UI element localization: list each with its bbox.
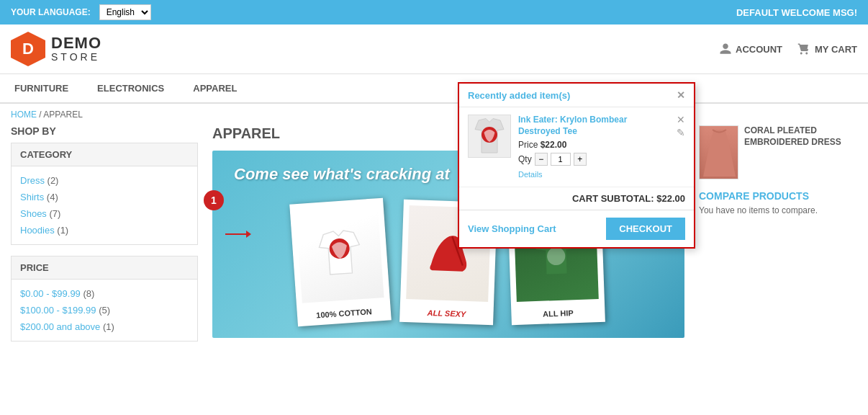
price-range-2[interactable]: $100.00 - $199.99 (5) <box>20 302 189 318</box>
cart-item-details-link[interactable]: Details <box>518 170 543 179</box>
badge-arrow <box>225 233 247 235</box>
logo-text: DEMO STORE <box>51 35 101 63</box>
shirts-count: (4) <box>47 192 58 202</box>
compare-title: COMPARE PRODUCTS <box>699 190 857 202</box>
coral-dress-name: CORAL PLEATED EMBROIDERED DRESS <box>744 125 857 148</box>
category-section: CATEGORY Dress (2) Shirts (4) Shoes (7) … <box>11 143 198 245</box>
breadcrumb: HOME / APPAREL <box>0 104 868 125</box>
coral-dress-item: CORAL PLEATED EMBROIDERED DRESS <box>699 125 857 179</box>
cart-actions: View Shopping Cart CHECKOUT <box>459 210 694 247</box>
breadcrumb-home[interactable]: HOME <box>11 110 37 120</box>
category-title: CATEGORY <box>12 143 197 166</box>
cart-popup-header: Recently added item(s) ✕ <box>459 84 694 107</box>
cart-popup-title: Recently added item(s) <box>468 90 570 101</box>
compare-section: COMPARE PRODUCTS You have no items to co… <box>699 190 857 215</box>
badge-arrow-container <box>225 233 247 235</box>
breadcrumb-separator: / <box>39 110 41 120</box>
nav-apparel[interactable]: APPAREL <box>189 74 240 104</box>
category-dress[interactable]: Dress (2) <box>20 172 189 189</box>
content-area: APPAREL Come see what's cracking at Mage… <box>212 125 684 352</box>
coral-dress-section: CORAL PLEATED EMBROIDERED DRESS <box>699 125 857 179</box>
cart-icon <box>797 43 811 55</box>
logo-demo: DEMO <box>51 35 101 52</box>
price-range-1[interactable]: $0.00 - $99.99 (8) <box>20 285 189 302</box>
logo-store: STORE <box>51 52 101 63</box>
nav-electronics[interactable]: ELECTRONICS <box>94 74 168 104</box>
price-title: PRICE <box>12 256 197 280</box>
hoodies-count: (1) <box>57 225 68 236</box>
compare-text: You have no items to compare. <box>699 205 857 215</box>
edit-item-button[interactable]: ✎ <box>677 128 685 138</box>
shoes-count: (7) <box>49 208 60 219</box>
top-bar: YOUR LANGUAGE: English DEFAULT WELCOME M… <box>0 0 868 24</box>
cart-item-price: Price $22.00 <box>518 140 669 150</box>
dress-icon <box>700 126 739 180</box>
language-label: YOUR LANGUAGE: <box>11 7 91 17</box>
price-count-3: (1) <box>103 321 114 332</box>
cart-popup-close-button[interactable]: ✕ <box>677 89 685 101</box>
cart-item-qty-row: Qty − + <box>518 153 669 166</box>
cart-badge: 1 <box>204 190 224 210</box>
photo-shirt <box>296 204 384 303</box>
cart-subtotal-value: $22.00 <box>656 193 685 204</box>
category-list: Dress (2) Shirts (4) Shoes (7) Hoodies (… <box>12 166 197 244</box>
qty-decrease-button[interactable]: − <box>535 153 548 166</box>
price-list: $0.00 - $99.99 (8) $100.00 - $199.99 (5)… <box>12 280 197 341</box>
nav-furniture[interactable]: FURNITURE <box>11 74 72 104</box>
category-shoes[interactable]: Shoes (7) <box>20 205 189 222</box>
price-section: PRICE $0.00 - $99.99 (8) $100.00 - $199.… <box>11 256 198 342</box>
arrow-head <box>246 231 251 238</box>
view-shopping-cart-button[interactable]: View Shopping Cart <box>468 223 556 234</box>
cart-subtotal: CART SUBTOTAL: $22.00 <box>459 187 694 210</box>
shirt-icon <box>312 223 366 285</box>
shop-by-label: SHOP BY <box>11 125 198 137</box>
category-shirts[interactable]: Shirts (4) <box>20 189 189 205</box>
main-nav: FURNITURE ELECTRONICS APPAREL <box>0 74 868 104</box>
sidebar: SHOP BY CATEGORY Dress (2) Shirts (4) Sh… <box>11 125 198 352</box>
account-icon <box>719 43 732 55</box>
remove-item-button[interactable]: ✕ <box>677 115 685 125</box>
logo-icon: D <box>11 32 45 66</box>
cart-item-actions: ✕ ✎ <box>677 115 685 179</box>
price-count-2: (5) <box>99 305 110 316</box>
cart-item-name[interactable]: Ink Eater: Krylon Bombear Destroyed Tee <box>518 115 669 137</box>
photo-frame-1: 100% COTTON <box>289 198 392 327</box>
qty-increase-button[interactable]: + <box>574 153 587 166</box>
price-count-1: (8) <box>83 288 94 299</box>
cart-subtotal-label: CART SUBTOTAL: <box>572 193 654 204</box>
welcome-message: DEFAULT WELCOME MSG! <box>736 7 857 18</box>
breadcrumb-current: APPAREL <box>43 110 82 120</box>
account-button[interactable]: ACCOUNT <box>719 43 782 55</box>
cart-popup: Recently added item(s) ✕ Ink Eater: Kryl… <box>458 82 695 249</box>
right-sidebar: CORAL PLEATED EMBROIDERED DRESS COMPARE … <box>699 125 857 352</box>
coral-dress-image <box>699 125 738 179</box>
account-label: ACCOUNT <box>736 44 782 55</box>
mycart-button[interactable]: MY CART <box>797 43 857 55</box>
dress-count: (2) <box>48 175 59 186</box>
cart-item-price-value: $22.00 <box>541 140 567 150</box>
language-select[interactable]: English <box>99 4 151 20</box>
price-range-3[interactable]: $200.00 and above (1) <box>20 318 189 335</box>
item-image-icon <box>471 117 507 156</box>
qty-input[interactable] <box>551 153 571 166</box>
cart-item: Ink Eater: Krylon Bombear Destroyed Tee … <box>459 107 694 187</box>
logo[interactable]: D DEMO STORE <box>11 32 101 66</box>
cart-item-info: Ink Eater: Krylon Bombear Destroyed Tee … <box>518 115 669 179</box>
main-layout: SHOP BY CATEGORY Dress (2) Shirts (4) Sh… <box>0 125 868 367</box>
category-hoodies[interactable]: Hoodies (1) <box>20 222 189 238</box>
checkout-button[interactable]: CHECKOUT <box>606 218 685 240</box>
mycart-label: MY CART <box>815 44 857 55</box>
photo-label-2: ALL SEXY <box>428 308 466 318</box>
header: D DEMO STORE ACCOUNT MY CART <box>0 24 868 74</box>
cart-item-image <box>468 115 511 158</box>
header-actions: ACCOUNT MY CART <box>719 43 857 55</box>
photo-label-3: ALL HIP <box>543 308 574 318</box>
photo-label-1: 100% COTTON <box>316 307 372 319</box>
